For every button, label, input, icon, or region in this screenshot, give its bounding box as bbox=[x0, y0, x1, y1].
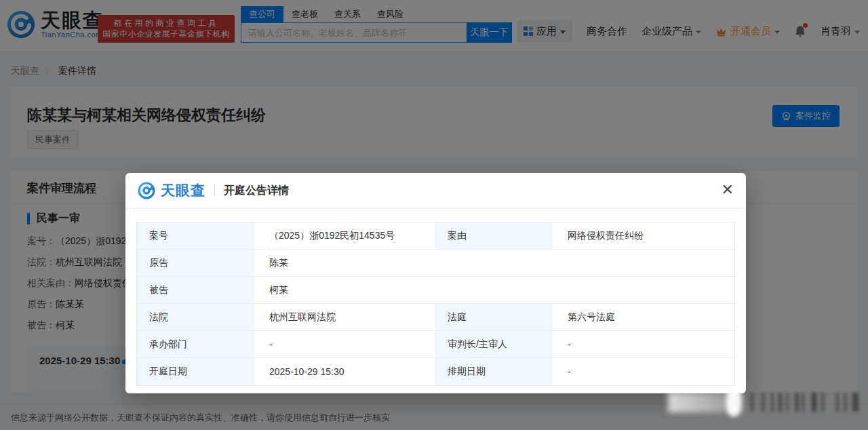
close-icon[interactable]: ✕ bbox=[722, 181, 734, 199]
hearing-announcement-modal: 天眼查 开庭公告详情 ✕ 案号 （2025）浙0192民初14535号 案由 网… bbox=[125, 173, 746, 393]
modal-brand-name: 天眼查 bbox=[161, 181, 205, 200]
table-row: 被告 柯某 bbox=[137, 277, 734, 304]
table-row: 承办部门 - 审判长/主审人 - bbox=[137, 331, 734, 358]
modal-title: 开庭公告详情 bbox=[224, 184, 289, 198]
table-row: 开庭日期 2025-10-29 15:30 排期日期 - bbox=[137, 358, 734, 385]
page: 天眼查 TianYanCha.com 都在用的商业查询工具 国家中小企业发展子基… bbox=[0, 0, 868, 430]
table-row: 案号 （2025）浙0192民初14535号 案由 网络侵权责任纠纷 bbox=[137, 222, 734, 250]
hearing-detail-table: 案号 （2025）浙0192民初14535号 案由 网络侵权责任纠纷 原告 陈某… bbox=[136, 222, 735, 386]
table-row: 法院 杭州互联网法院 法庭 第六号法庭 bbox=[137, 304, 734, 331]
table-row: 原告 陈某 bbox=[137, 250, 734, 277]
modal-header: 天眼查 开庭公告详情 ✕ bbox=[125, 173, 746, 209]
divider bbox=[214, 184, 215, 197]
tianyancha-eye-icon bbox=[138, 182, 155, 199]
